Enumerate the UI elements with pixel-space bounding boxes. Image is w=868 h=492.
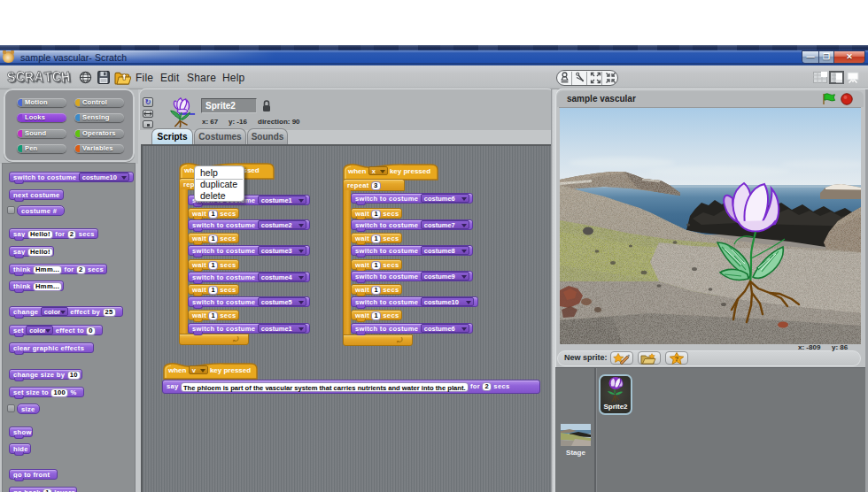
svg-text:?: ? — [675, 355, 679, 363]
